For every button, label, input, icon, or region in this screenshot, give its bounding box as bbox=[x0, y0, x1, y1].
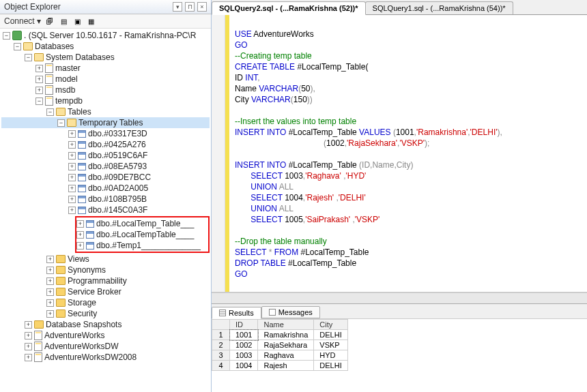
object-explorer-header: Object Explorer ▾ ⊓ × bbox=[0, 0, 211, 14]
grid-row[interactable]: 21002RajaSekharaVSKP bbox=[212, 340, 348, 350]
grid-row[interactable]: 31003RaghavaHYD bbox=[212, 350, 348, 361]
grid-col-city[interactable]: City bbox=[314, 320, 347, 330]
grid-col-id[interactable]: ID bbox=[230, 320, 258, 330]
database-icon bbox=[34, 352, 42, 362]
dropdown-icon[interactable]: ▾ bbox=[173, 2, 182, 12]
grid-row[interactable]: 41004RajeshDELHI bbox=[212, 361, 348, 371]
connect-toolbar: Connect ▾ 🗐 ▤ ▣ ▦ bbox=[0, 14, 211, 29]
tree-security[interactable]: +Security bbox=[1, 308, 210, 319]
folder-icon bbox=[56, 288, 66, 296]
folder-icon bbox=[34, 53, 44, 61]
document-tabs: SQLQuery2.sql - (...RamaKrishna (52))* S… bbox=[212, 0, 587, 15]
results-grid[interactable]: ID Name City 11001RamakrishnaDELHI 21002… bbox=[212, 319, 587, 392]
tree-temp-table-item[interactable]: +dbo.#0425A276 bbox=[1, 139, 210, 150]
tree-db-model[interactable]: +model bbox=[1, 74, 210, 85]
refresh-icon[interactable]: 🗐 bbox=[45, 16, 55, 26]
tree-tables[interactable]: −Tables bbox=[1, 106, 210, 117]
tree-temp-table-item[interactable]: +dbo.#03317E3D bbox=[1, 128, 210, 139]
tree-temp-table-item[interactable]: +dbo.#LocalTempTable____ bbox=[76, 229, 208, 240]
table-icon bbox=[78, 196, 86, 203]
grid-corner bbox=[212, 320, 230, 330]
grid-col-name[interactable]: Name bbox=[258, 320, 314, 330]
tab-sqlquery1[interactable]: SQLQuery1.sql - (...RamaKrishna (54))* bbox=[365, 1, 513, 14]
tree-temporary-tables[interactable]: −Temporary Tables bbox=[1, 117, 210, 128]
tree-temp-table-item[interactable]: +dbo.#08EA5793 bbox=[1, 161, 210, 172]
folder-icon bbox=[56, 266, 66, 274]
tree-views[interactable]: +Views bbox=[1, 254, 210, 265]
stop-icon[interactable]: ▣ bbox=[72, 16, 82, 26]
folder-icon bbox=[56, 255, 66, 263]
folder-icon bbox=[56, 310, 66, 318]
table-icon bbox=[78, 152, 86, 160]
tree-temp-table-item[interactable]: +dbo.#09DE7BCC bbox=[1, 172, 210, 183]
database-icon bbox=[34, 342, 42, 351]
tree-db-master[interactable]: +master bbox=[1, 63, 210, 74]
table-icon bbox=[78, 130, 86, 138]
tree-db-msdb[interactable]: +msdb bbox=[1, 85, 210, 95]
tree-synonyms[interactable]: +Synonyms bbox=[1, 265, 210, 275]
folder-icon bbox=[34, 320, 44, 329]
database-icon bbox=[45, 74, 53, 84]
table-icon bbox=[86, 220, 94, 228]
tree-db-adventureworksdw[interactable]: +AdventureWorksDW bbox=[1, 341, 210, 352]
table-icon bbox=[78, 163, 86, 170]
table-icon bbox=[78, 207, 86, 214]
tree-db-tempdb[interactable]: −tempdb bbox=[1, 95, 210, 106]
tree-programmability[interactable]: +Programmability bbox=[1, 275, 210, 286]
tree-system-databases[interactable]: −System Databases bbox=[1, 52, 210, 63]
object-tree[interactable]: −. (SQL Server 10.50.1617 - RamaKrishna-… bbox=[0, 29, 211, 392]
tree-db-snapshots[interactable]: +Database Snapshots bbox=[1, 319, 210, 330]
database-icon bbox=[34, 331, 42, 340]
grid-header-row: ID Name City bbox=[212, 320, 348, 330]
table-icon bbox=[78, 174, 86, 181]
messages-icon bbox=[269, 309, 276, 316]
filter-icon[interactable]: ▤ bbox=[59, 16, 68, 26]
folder-icon bbox=[23, 42, 33, 50]
panel-title: Object Explorer bbox=[4, 2, 61, 12]
results-tabs: Results Messages bbox=[212, 304, 587, 319]
tree-storage[interactable]: +Storage bbox=[1, 297, 210, 308]
tab-sqlquery2[interactable]: SQLQuery2.sql - (...RamaKrishna (52))* bbox=[212, 1, 366, 15]
fold-gutter bbox=[212, 15, 225, 292]
results-pane: Results Messages ID Name City 11001Ramak… bbox=[212, 303, 587, 392]
table-icon bbox=[78, 185, 86, 192]
folder-icon bbox=[56, 299, 66, 307]
server-icon[interactable]: ▦ bbox=[86, 16, 96, 26]
folder-icon bbox=[56, 277, 66, 285]
horizontal-scrollbar[interactable] bbox=[212, 292, 587, 303]
highlight-box: +dbo.#LocalTemp_Table___ +dbo.#LocalTemp… bbox=[75, 216, 210, 253]
tab-messages[interactable]: Messages bbox=[261, 306, 320, 318]
tree-service-broker[interactable]: +Service Broker bbox=[1, 286, 210, 297]
folder-icon bbox=[67, 119, 76, 127]
tree-temp-table-item[interactable]: +dbo.#0AD2A005 bbox=[1, 183, 210, 194]
tree-temp-table-item[interactable]: +dbo.#145C0A3F bbox=[1, 205, 210, 215]
grid-row[interactable]: 11001RamakrishnaDELHI bbox=[212, 330, 348, 340]
editor-panel: SQLQuery2.sql - (...RamaKrishna (52))* S… bbox=[212, 0, 587, 392]
tree-server-node[interactable]: −. (SQL Server 10.50.1617 - RamaKrishna-… bbox=[1, 30, 210, 41]
pin-icon[interactable]: ⊓ bbox=[185, 2, 195, 12]
tree-db-adventureworks[interactable]: +AdventureWorks bbox=[1, 330, 210, 341]
sql-editor[interactable]: USE AdventureWorksGO--Creating temp tabl… bbox=[229, 15, 587, 292]
tree-db-adventureworksdw2008[interactable]: +AdventureWorksDW2008 bbox=[1, 352, 210, 363]
editor-area: USE AdventureWorksGO--Creating temp tabl… bbox=[212, 15, 587, 292]
folder-icon bbox=[56, 108, 66, 116]
table-icon bbox=[78, 141, 86, 149]
database-icon bbox=[45, 63, 53, 73]
table-icon bbox=[86, 242, 94, 250]
server-icon bbox=[12, 31, 22, 40]
grid-icon bbox=[219, 310, 226, 316]
tree-temp-table-item[interactable]: +dbo.#108B795B bbox=[1, 194, 210, 205]
connect-button[interactable]: Connect ▾ bbox=[4, 16, 41, 26]
tab-results[interactable]: Results bbox=[212, 307, 261, 319]
object-explorer-panel: Object Explorer ▾ ⊓ × Connect ▾ 🗐 ▤ ▣ ▦ … bbox=[0, 0, 212, 392]
table-icon bbox=[86, 231, 94, 239]
tree-temp-table-item[interactable]: +dbo.#LocalTemp_Table___ bbox=[76, 218, 208, 229]
tree-temp-table-item[interactable]: +dbo.#0519C6AF bbox=[1, 150, 210, 161]
tree-temp-table-item[interactable]: +dbo.#Temp1_____________ bbox=[76, 240, 208, 251]
tree-databases[interactable]: −Databases bbox=[1, 41, 210, 52]
database-icon bbox=[45, 85, 53, 95]
close-icon[interactable]: × bbox=[197, 2, 207, 12]
database-icon bbox=[45, 96, 53, 106]
